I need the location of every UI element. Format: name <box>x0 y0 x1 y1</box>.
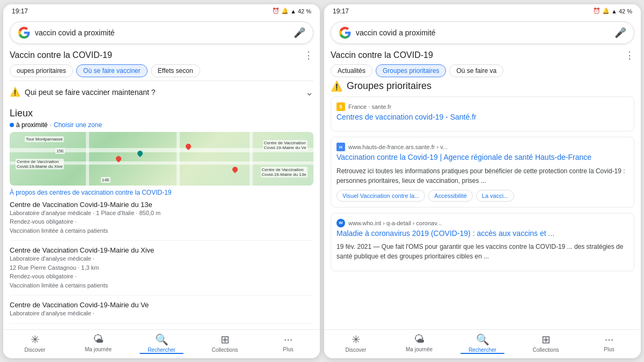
sitelink-vacci[interactable]: La vacci... <box>476 190 515 202</box>
rechercher-icon-left: 🔍 <box>155 333 169 346</box>
nav-rechercher-right[interactable]: 🔍 Rechercher <box>451 333 514 354</box>
plus-icon-left: ··· <box>284 333 293 345</box>
discover-icon-right: ✳ <box>352 333 361 346</box>
alarm-icon: ⏰ <box>272 8 280 14</box>
center-2: Centre de Vaccination Covid-19-Mairie du… <box>10 246 313 295</box>
status-icons-right: ⏰ 🔔 ▲ 42 % <box>593 8 632 14</box>
discover-icon-left: ✳ <box>31 333 40 346</box>
mic-icon-right[interactable]: 🎤 <box>614 27 626 39</box>
nav-journee-left[interactable]: 🌤 Ma journée <box>67 333 130 354</box>
chip-actualites[interactable]: Actualités <box>331 64 372 77</box>
map-label-montparnasse: Tour Montparnasse <box>25 136 63 142</box>
map-container-left[interactable]: Tour Montparnasse Centre de VaccinationC… <box>10 132 313 186</box>
content-right: Vaccin contre la COVID-19 ⋮ Actualités G… <box>324 47 641 329</box>
center-2-details: Laboratoire d'analyse médicale · 12 Rue … <box>10 254 313 290</box>
nav-plus-label-left: Plus <box>283 346 293 352</box>
priority-header: ⚠️ Groupes prioritaires <box>331 80 634 92</box>
nav-plus-right[interactable]: ··· Plus <box>577 333 641 354</box>
source-line-who: W www.who.int › q-a-detail › coronav... <box>336 219 628 227</box>
time-left: 19:17 <box>12 8 28 15</box>
sante-link[interactable]: Centres de vaccination covid-19 - Santé.… <box>336 112 628 123</box>
who-favicon: W <box>336 219 345 227</box>
priority-warning-icon: ⚠️ <box>331 80 342 92</box>
battery-icon-right: 42 % <box>619 8 632 14</box>
nav-active-bar-left <box>140 353 184 354</box>
nav-discover-right[interactable]: ✳ Discover <box>324 333 387 354</box>
wifi-icon: ▲ <box>290 8 296 14</box>
hdf-desc: Retrouvez ici toutes les informations pr… <box>336 166 628 186</box>
alarm-icon-right: ⏰ <box>593 8 601 14</box>
result-card-hdf: H www.hauts-de-france.ars.sante.fr › v..… <box>331 137 634 208</box>
chip-effets[interactable]: Effets secon <box>151 64 200 77</box>
nav-discover-label-left: Discover <box>25 347 46 353</box>
center-1-details: Laboratoire d'analyse médicale · 1 Place… <box>10 209 313 235</box>
nav-journee-right[interactable]: 🌤 Ma journée <box>387 333 451 354</box>
nav-collections-right[interactable]: ⊞ Collections <box>514 333 577 354</box>
sante-icon: $ <box>336 102 345 111</box>
content-left: Vaccin contre la COVID-19 ⋮ oupes priori… <box>3 47 320 329</box>
accordion-left[interactable]: ⚠️ Qui peut se faire vacciner maintenant… <box>10 80 313 104</box>
accordion-text-left: Qui peut se faire vacciner maintenant ? <box>25 88 301 97</box>
search-text-right[interactable]: vaccin covid a proximité <box>356 28 610 37</box>
status-icons-left: ⏰ 🔔 ▲ 42 % <box>272 8 311 14</box>
chips-row-right: Actualités Groupes prioritaires Où se fa… <box>331 64 634 77</box>
nav-plus-left[interactable]: ··· Plus <box>257 333 320 354</box>
map-road-v2 <box>177 132 180 186</box>
nav-rechercher-label-left: Rechercher <box>148 347 175 353</box>
status-bar-left: 19:17 ⏰ 🔔 ▲ 42 % <box>3 4 320 18</box>
rechercher-icon-right: 🔍 <box>476 333 489 346</box>
map-label-centre1: Centre de VaccinationCovid-19-Mairie du … <box>263 140 308 151</box>
map-pin-3 <box>231 165 238 173</box>
journee-icon-left: 🌤 <box>93 333 104 345</box>
more-options-left[interactable]: ⋮ <box>304 49 313 61</box>
center-1: Centre de Vaccination Covid-19-Mairie du… <box>10 201 313 241</box>
nav-collections-left[interactable]: ⊞ Collections <box>193 333 257 354</box>
map-road-v1 <box>86 132 89 186</box>
search-bar-right[interactable]: vaccin covid a proximité 🎤 <box>331 21 634 44</box>
google-logo-right <box>339 26 352 39</box>
nav-active-bar-right <box>460 353 505 354</box>
map-label-centre3: Centre de VaccinationCovid-19-Mairie du … <box>261 167 308 178</box>
map-label-15e: 15E <box>55 148 65 154</box>
priority-title: Groupes prioritaires <box>347 80 431 92</box>
result-card-sante: $ France · sante.fr Centres de vaccinati… <box>331 97 634 132</box>
chips-row-left: oupes prioritaires Où se faire vacciner … <box>10 64 313 77</box>
blue-dot-icon <box>10 123 14 127</box>
nav-journee-label-left: Ma journée <box>85 346 112 352</box>
more-options-right[interactable]: ⋮ <box>625 49 634 61</box>
sitelink-visuel[interactable]: Visuel Vaccination contre la... <box>336 190 425 202</box>
nav-journee-label-right: Ma journée <box>406 346 433 352</box>
status-bar-right: 19:17 ⏰ 🔔 ▲ 42 % <box>324 4 641 18</box>
hdf-link[interactable]: Vaccination contre la Covid-19 | Agence … <box>336 152 628 163</box>
hdf-sitelinks: Visuel Vaccination contre la... Accessib… <box>336 190 628 202</box>
mic-icon-left[interactable]: 🎤 <box>294 27 305 39</box>
warning-icon-left: ⚠️ <box>10 87 20 97</box>
topic-title-left: Vaccin contre la COVID-19 ⋮ <box>10 49 313 61</box>
search-bar-left[interactable]: vaccin covid a proximité 🎤 <box>10 21 313 44</box>
chip-groupes[interactable]: oupes prioritaires <box>10 64 73 77</box>
nav-discover-left[interactable]: ✳ Discover <box>3 333 67 354</box>
section-lieux-title: Lieux <box>10 108 313 119</box>
map-label-14e: 14E <box>101 177 111 183</box>
search-text-left[interactable]: vaccin covid a proximité <box>35 28 289 37</box>
right-phone: 19:17 ⏰ 🔔 ▲ 42 % vaccin covid a proximit… <box>324 4 641 358</box>
collections-icon-right: ⊞ <box>541 333 551 346</box>
chip-groupes-prioritaires[interactable]: Groupes prioritaires <box>376 64 446 77</box>
location-near: à proximité <box>16 121 48 129</box>
map-link-left[interactable]: À propos des centres de vaccination cont… <box>10 189 313 196</box>
plus-icon-right: ··· <box>605 333 614 345</box>
nav-rechercher-left[interactable]: 🔍 Rechercher <box>130 333 193 354</box>
sitelink-accessibilite[interactable]: Accessibilité <box>428 190 473 202</box>
location-line: à proximité · Choisir une zone <box>10 121 313 129</box>
hdf-favicon: H <box>336 143 345 151</box>
result-card-who: W www.who.int › q-a-detail › coronav... … <box>331 213 634 272</box>
center-3-details: Laboratoire d'analyse médicale · <box>10 309 313 318</box>
accordion-arrow-left: ⌄ <box>305 86 313 98</box>
journee-icon-right: 🌤 <box>414 333 425 345</box>
nav-discover-label-right: Discover <box>346 347 367 353</box>
chip-ou-se-faire[interactable]: Où se faire va <box>449 64 503 77</box>
topic-title-right: Vaccin contre la COVID-19 ⋮ <box>331 49 634 61</box>
who-link[interactable]: Maladie à coronavirus 2019 (COVID-19) : … <box>336 228 628 239</box>
location-choose-link[interactable]: Choisir une zone <box>54 121 102 129</box>
chip-vacciner[interactable]: Où se faire vacciner <box>76 64 148 77</box>
